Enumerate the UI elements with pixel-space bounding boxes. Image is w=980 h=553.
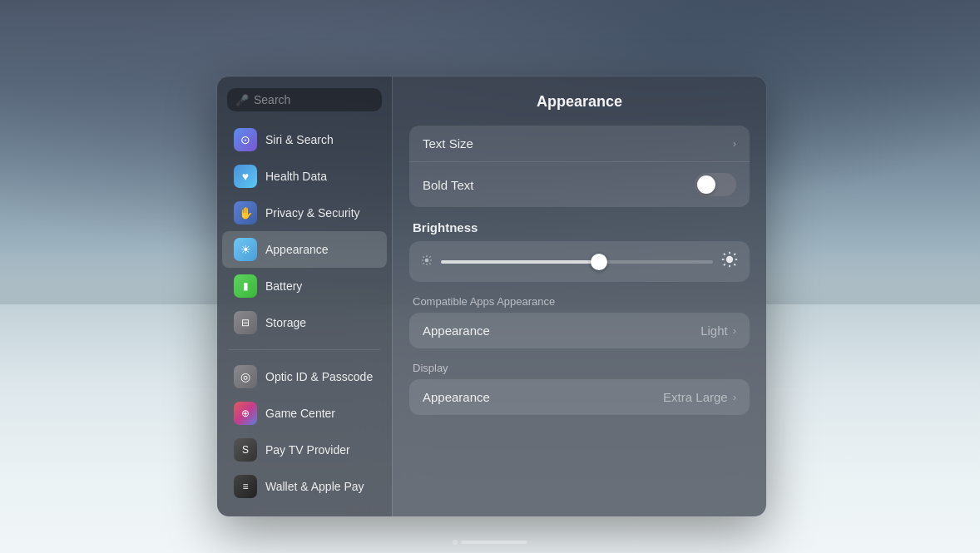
brightness-thumb xyxy=(591,254,607,270)
compat-appearance-row[interactable]: Appearance Light › xyxy=(409,313,750,348)
text-appearance-group: Text Size › Bold Text xyxy=(409,126,750,207)
sidebar-item-storage[interactable]: ⊟ Storage xyxy=(222,304,387,341)
brightness-group xyxy=(409,241,750,282)
svg-line-5 xyxy=(423,256,423,257)
display-appearance-value: Extra Large xyxy=(663,390,728,404)
health-icon: ♥ xyxy=(234,165,257,188)
svg-line-7 xyxy=(429,256,430,257)
compat-chevron: › xyxy=(733,324,736,337)
scroll-dot xyxy=(453,540,458,545)
optic-icon: ◎ xyxy=(234,365,257,388)
compat-appearance-group: Appearance Light › xyxy=(409,313,750,348)
brightness-fill xyxy=(441,260,599,264)
sidebar-item-health-data[interactable]: ♥ Health Data xyxy=(222,158,387,195)
wallet-icon: ≡ xyxy=(234,475,257,498)
toggle-knob xyxy=(697,175,715,194)
display-section-label: Display xyxy=(409,362,750,374)
sidebar-group-2: ◎ Optic ID & Passcode ⊕ Game Center S Pa… xyxy=(217,358,392,505)
sidebar-item-battery[interactable]: ▮ Battery xyxy=(222,268,387,304)
display-chevron: › xyxy=(733,391,736,403)
scroll-indicator xyxy=(225,540,755,545)
svg-point-9 xyxy=(726,256,733,263)
battery-icon: ▮ xyxy=(234,274,257,298)
sidebar-item-privacy-security[interactable]: ✋ Privacy & Security xyxy=(222,195,387,231)
svg-line-8 xyxy=(423,263,423,264)
page-title: Appearance xyxy=(409,93,750,111)
svg-line-14 xyxy=(724,254,725,255)
svg-line-6 xyxy=(429,263,430,264)
sidebar-label-optic-id: Optic ID & Passcode xyxy=(265,370,373,383)
sidebar-group-1: ⊙ Siri & Search ♥ Health Data ✋ Privacy … xyxy=(217,121,392,341)
sidebar-item-optic-id[interactable]: ◎ Optic ID & Passcode xyxy=(222,358,387,395)
search-input-placeholder: Search xyxy=(254,93,290,106)
display-appearance-label: Appearance xyxy=(423,390,663,404)
svg-line-15 xyxy=(734,264,735,265)
brightness-icon-low xyxy=(421,254,433,269)
bold-text-toggle[interactable] xyxy=(695,173,736,196)
bold-text-label: Bold Text xyxy=(423,178,695,192)
svg-point-0 xyxy=(425,259,429,263)
compat-section-label: Compatible Apps Appearance xyxy=(409,295,750,308)
sidebar-label-wallet: Wallet & Apple Pay xyxy=(265,480,364,493)
sidebar-item-pay-tv[interactable]: S Pay TV Provider xyxy=(222,432,387,468)
mic-icon: 🎤 xyxy=(235,94,249,106)
compat-appearance-label: Appearance xyxy=(423,323,700,338)
search-bar[interactable]: 🎤 Search xyxy=(227,88,382,111)
storage-icon: ⊟ xyxy=(234,311,257,334)
svg-line-17 xyxy=(724,264,725,265)
appearance-icon: ☀ xyxy=(234,238,257,261)
sidebar-item-siri-search[interactable]: ⊙ Siri & Search xyxy=(222,121,387,158)
pay-tv-icon: S xyxy=(234,438,257,462)
svg-line-16 xyxy=(734,254,735,255)
sidebar-label-siri-search: Siri & Search xyxy=(265,133,334,146)
sidebar-label-health-data: Health Data xyxy=(265,170,327,183)
display-appearance-group: Appearance Extra Large › xyxy=(409,379,750,415)
text-size-row[interactable]: Text Size › xyxy=(409,126,750,161)
sidebar-divider xyxy=(229,349,380,350)
settings-window: 🎤 Search ⊙ Siri & Search ♥ Health Data ✋ xyxy=(217,77,766,516)
sidebar-item-game-center[interactable]: ⊕ Game Center xyxy=(222,395,387,432)
sidebar-item-wallet[interactable]: ≡ Wallet & Apple Pay xyxy=(222,468,387,505)
bold-text-row[interactable]: Bold Text xyxy=(409,161,750,207)
sidebar-label-pay-tv: Pay TV Provider xyxy=(265,443,350,457)
game-center-icon: ⊕ xyxy=(234,402,257,425)
brightness-icon-high xyxy=(721,251,738,272)
text-size-chevron: › xyxy=(733,137,736,150)
scroll-bar-track[interactable] xyxy=(461,541,527,544)
sidebar-label-game-center: Game Center xyxy=(265,407,335,420)
display-appearance-row[interactable]: Appearance Extra Large › xyxy=(409,379,750,415)
text-size-label: Text Size xyxy=(423,136,733,151)
compat-appearance-value: Light xyxy=(700,323,728,338)
siri-icon: ⊙ xyxy=(234,128,257,151)
sidebar-label-privacy-security: Privacy & Security xyxy=(265,206,360,220)
sidebar: 🎤 Search ⊙ Siri & Search ♥ Health Data ✋ xyxy=(217,77,392,516)
sidebar-label-battery: Battery xyxy=(265,279,302,293)
main-content: Appearance Text Size › Bold Text Brightn… xyxy=(392,77,766,516)
sidebar-item-appearance[interactable]: ☀ Appearance xyxy=(222,231,387,268)
privacy-icon: ✋ xyxy=(234,201,257,225)
sidebar-label-storage: Storage xyxy=(265,316,306,329)
brightness-section-header: Brightness xyxy=(409,220,750,235)
sidebar-label-appearance: Appearance xyxy=(265,243,329,256)
brightness-slider[interactable] xyxy=(441,260,713,264)
